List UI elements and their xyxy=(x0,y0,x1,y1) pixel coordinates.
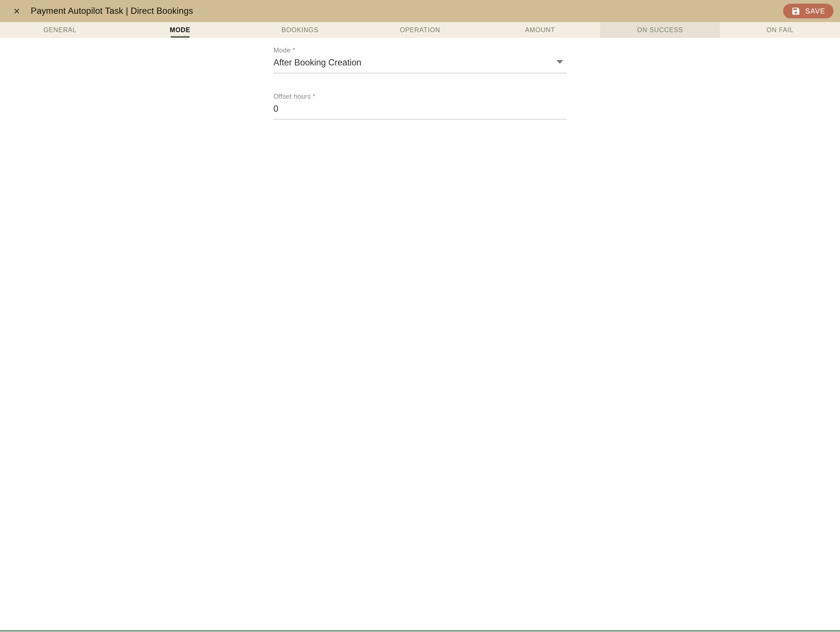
offset-hours-field[interactable]: Offset hours * xyxy=(273,93,567,120)
close-button[interactable] xyxy=(10,5,23,17)
tab-on-success-label: ON SUCCESS xyxy=(637,26,683,34)
tab-bar: GENERAL MODE BOOKINGS OPERATION AMOUNT O… xyxy=(0,22,840,38)
tab-general-label: GENERAL xyxy=(43,26,77,34)
dialog-header: Payment Autopilot Task | Direct Bookings… xyxy=(0,0,840,22)
tab-on-fail-label: ON FAIL xyxy=(766,26,794,34)
offset-hours-input[interactable] xyxy=(273,104,567,114)
tab-bookings[interactable]: BOOKINGS xyxy=(240,22,360,38)
bottom-accent-line xyxy=(0,630,840,632)
mode-field-value: After Booking Creation xyxy=(273,57,362,68)
chevron-down-triangle-icon[interactable] xyxy=(556,60,563,64)
dialog-title: Payment Autopilot Task | Direct Bookings xyxy=(31,6,193,16)
mode-field-label: Mode * xyxy=(273,47,567,54)
tab-amount[interactable]: AMOUNT xyxy=(480,22,600,38)
save-button[interactable]: SAVE xyxy=(783,4,834,18)
tab-operation-label: OPERATION xyxy=(400,26,440,34)
save-button-label: SAVE xyxy=(805,7,825,15)
tab-operation[interactable]: OPERATION xyxy=(360,22,480,38)
form-column: Mode * After Booking Creation Offset hou… xyxy=(273,47,567,120)
tab-on-fail[interactable]: ON FAIL xyxy=(720,22,840,38)
save-floppy-icon xyxy=(791,6,801,16)
close-icon xyxy=(13,7,21,15)
tab-mode-label: MODE xyxy=(170,26,190,34)
tab-amount-label: AMOUNT xyxy=(525,26,555,34)
tab-general[interactable]: GENERAL xyxy=(0,22,120,38)
tab-bookings-label: BOOKINGS xyxy=(282,26,319,34)
offset-hours-label: Offset hours * xyxy=(273,93,567,100)
tab-mode[interactable]: MODE xyxy=(120,22,240,38)
mode-select-field[interactable]: Mode * After Booking Creation xyxy=(273,47,567,73)
tab-on-success[interactable]: ON SUCCESS xyxy=(600,22,720,38)
active-tab-indicator xyxy=(171,36,189,38)
payment-autopilot-task-dialog: Payment Autopilot Task | Direct Bookings… xyxy=(0,0,840,632)
